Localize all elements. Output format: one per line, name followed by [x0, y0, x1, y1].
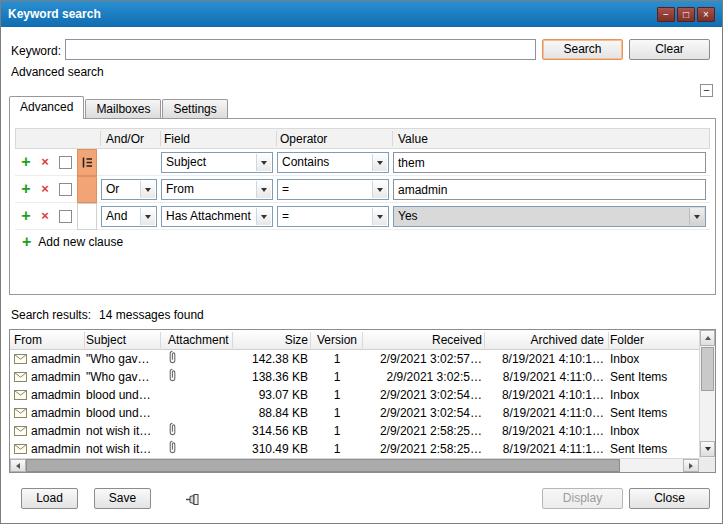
scroll-left-icon[interactable]	[10, 459, 26, 472]
clause-row: + × Subject Contains	[15, 149, 710, 176]
col-size[interactable]: Size	[234, 333, 308, 347]
andor-select[interactable]: And	[101, 206, 157, 227]
add-clause-icon[interactable]: +	[19, 203, 33, 230]
scroll-up-icon[interactable]	[700, 330, 715, 346]
value-select[interactable]: Yes	[393, 206, 706, 227]
chevron-down-icon	[140, 208, 155, 225]
col-from[interactable]: From	[14, 333, 84, 347]
titlebar[interactable]: Keyword search − □ ×	[1, 1, 722, 27]
col-folder[interactable]: Folder	[610, 333, 696, 347]
result-row[interactable]: amadmin not wish it… 314.56 KB 1 2/9/202…	[10, 422, 699, 440]
col-subject[interactable]: Subject	[86, 333, 158, 347]
keyword-input[interactable]	[65, 39, 536, 60]
load-button[interactable]: Load	[21, 488, 78, 509]
mail-icon	[14, 372, 27, 382]
current-row-indicator	[77, 149, 97, 176]
maximize-button[interactable]: □	[677, 7, 695, 22]
tab-strip: Advanced Mailboxes Settings	[9, 96, 229, 119]
clause-checkbox[interactable]	[59, 156, 72, 169]
search-button[interactable]: Search	[542, 39, 623, 60]
close-button[interactable]: Close	[629, 488, 710, 509]
scrollbar-corner	[699, 458, 715, 472]
chevron-down-icon	[140, 181, 155, 198]
keyword-search-dialog: Keyword search − □ × Keyword: Search Cle…	[0, 0, 723, 524]
vertical-scrollbar[interactable]	[699, 330, 715, 458]
chevron-down-icon	[256, 208, 271, 225]
results-table-header: From Subject Attachment Size Version Rec…	[10, 330, 699, 350]
field-select[interactable]: From	[161, 179, 273, 200]
window-controls: − □ ×	[657, 7, 715, 22]
display-button[interactable]: Display	[542, 488, 623, 509]
add-clause-icon[interactable]: +	[19, 176, 33, 203]
tab-settings[interactable]: Settings	[162, 99, 227, 118]
keyword-label: Keyword:	[11, 44, 61, 58]
chevron-down-icon	[256, 181, 271, 198]
collapse-button[interactable]: −	[700, 84, 713, 97]
col-received[interactable]: Received	[364, 333, 482, 347]
chevron-down-icon	[689, 208, 704, 225]
col-version[interactable]: Version	[312, 333, 362, 347]
add-new-clause-link[interactable]: + Add new clause	[22, 235, 123, 249]
andor-select[interactable]: Or	[101, 179, 157, 200]
horizontal-scroll-thumb[interactable]	[26, 459, 620, 472]
col-archived[interactable]: Archived date	[486, 333, 604, 347]
delete-clause-icon[interactable]: ×	[38, 176, 52, 203]
result-row[interactable]: amadmin "Who gav… 142.38 KB 1 2/9/2021 3…	[10, 350, 699, 368]
result-row[interactable]: amadmin blood und… 93.07 KB 1 2/9/2021 3…	[10, 386, 699, 404]
add-clause-icon[interactable]: +	[19, 149, 33, 176]
chevron-down-icon	[372, 181, 387, 198]
paperclip-icon	[168, 425, 177, 439]
horizontal-scrollbar[interactable]	[10, 458, 699, 472]
paperclip-icon	[168, 371, 177, 385]
scroll-down-icon[interactable]	[700, 441, 715, 457]
col-header-operator: Operator	[280, 132, 327, 146]
mail-icon	[14, 426, 27, 436]
advanced-search-toggle[interactable]: Advanced search	[11, 65, 104, 79]
operator-select[interactable]: =	[277, 179, 389, 200]
pin-icon[interactable]	[185, 492, 201, 510]
clause-grid-header: And/Or Field Operator Value	[15, 128, 710, 149]
col-header-andor: And/Or	[106, 132, 144, 146]
paperclip-icon	[168, 443, 177, 457]
mail-icon	[14, 444, 27, 454]
tab-advanced[interactable]: Advanced	[9, 96, 84, 119]
field-select[interactable]: Subject	[161, 152, 273, 173]
field-select[interactable]: Has Attachment	[161, 206, 273, 227]
results-summary: Search results: 14 messages found	[11, 308, 204, 322]
value-input[interactable]	[393, 179, 706, 200]
operator-select[interactable]: Contains	[277, 152, 389, 173]
result-row[interactable]: amadmin "Who gav… 138.36 KB 1 2/9/2021 3…	[10, 368, 699, 386]
clause-row: + × Or From =	[15, 176, 710, 203]
results-rows: amadmin "Who gav… 142.38 KB 1 2/9/2021 3…	[10, 350, 699, 458]
col-attachment[interactable]: Attachment	[162, 333, 232, 347]
close-window-button[interactable]: ×	[697, 7, 715, 22]
add-new-clause-label: Add new clause	[38, 235, 123, 249]
row-indicator-cell	[77, 176, 97, 203]
tab-mailboxes[interactable]: Mailboxes	[85, 99, 161, 118]
scroll-right-icon[interactable]	[683, 459, 699, 472]
chevron-down-icon	[372, 208, 387, 225]
mail-icon	[14, 390, 27, 400]
add-icon: +	[22, 235, 31, 249]
paperclip-icon	[168, 353, 177, 367]
value-input[interactable]	[393, 152, 706, 173]
result-row[interactable]: amadmin blood und… 88.84 KB 1 2/9/2021 3…	[10, 404, 699, 422]
clause-checkbox[interactable]	[59, 183, 72, 196]
results-summary-label: Search results:	[11, 308, 91, 322]
minimize-button[interactable]: −	[657, 7, 675, 22]
clear-button[interactable]: Clear	[629, 39, 710, 60]
save-button[interactable]: Save	[94, 488, 151, 509]
result-row[interactable]: amadmin not wish it… 310.49 KB 1 2/9/202…	[10, 440, 699, 458]
delete-clause-icon[interactable]: ×	[38, 149, 52, 176]
mail-icon	[14, 354, 27, 364]
advanced-tab-panel: And/Or Field Operator Value + × Subject	[9, 118, 716, 295]
row-indicator-cell	[77, 203, 97, 230]
delete-clause-icon[interactable]: ×	[38, 203, 52, 230]
operator-select[interactable]: =	[277, 206, 389, 227]
clause-checkbox[interactable]	[59, 210, 72, 223]
clause-grid: And/Or Field Operator Value + × Subject	[15, 128, 710, 230]
chevron-down-icon	[372, 154, 387, 171]
clause-row: + × And Has Attachment = Yes	[15, 203, 710, 230]
vertical-scroll-thumb[interactable]	[701, 347, 714, 391]
window-title: Keyword search	[8, 7, 101, 21]
